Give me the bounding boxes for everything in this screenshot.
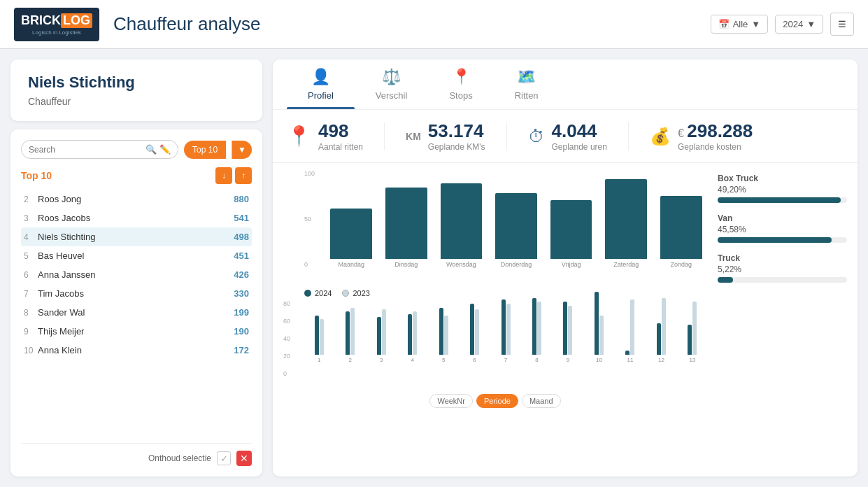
driver-num: 6 [24, 270, 38, 280]
bar-2024 [532, 298, 536, 355]
grouped-bar-group: 11 [616, 299, 645, 363]
search-input[interactable] [29, 145, 142, 155]
grouped-bar-group: 9 [553, 302, 583, 364]
chart-tab-maand[interactable]: Maand [522, 394, 561, 408]
driver-val: 426 [234, 269, 249, 280]
driver-num: 7 [24, 289, 38, 299]
top10-dropdown-button[interactable]: ▼ [232, 141, 252, 159]
search-icon[interactable]: 🔍 [145, 144, 157, 155]
chart-tab-weeknr[interactable]: WeekNr [429, 394, 473, 408]
bar-2023 [692, 302, 697, 355]
filter-label: Alle [733, 19, 748, 29]
bar-2024 [315, 316, 319, 355]
bar-label: Donderdag [501, 261, 532, 268]
clear-button[interactable]: ✕ [236, 451, 252, 466]
vehicle-pct: 49,20% [718, 185, 847, 195]
main-content: Niels Stichting Chauffeur 🔍 ✏️ Top 10 ▼ … [0, 49, 868, 487]
bar-2023 [506, 304, 511, 355]
driver-role: Chauffeur [28, 96, 245, 107]
vehicle-name: Van [718, 213, 847, 223]
bar-2023 [320, 319, 324, 355]
grouped-bar-label: 1 [318, 357, 320, 363]
verschil-tab-icon: ⚖️ [382, 68, 401, 86]
menu-button[interactable]: ☰ [830, 13, 854, 36]
driver-item[interactable]: 6 Anna Janssen 426 [21, 265, 252, 284]
driver-item[interactable]: 10 Anna Klein 172 [21, 341, 252, 360]
bar [550, 200, 592, 259]
tab-verschil[interactable]: ⚖️ Verschil [355, 59, 429, 109]
edit-icon[interactable]: ✏️ [159, 144, 171, 155]
bar-group: Vrijdag [545, 200, 597, 268]
stat-kosten: 💰 € 298.288 Geplande kosten [650, 120, 753, 152]
list-header-label: Top 10 [21, 170, 215, 181]
charts-left: 100 50 0 Maandag Dinsdag Woensdag Donder… [283, 170, 707, 470]
stat-kosten-label: Geplande kosten [678, 142, 753, 152]
year-filter[interactable]: 2024 ▼ [775, 15, 823, 34]
bar-2024 [657, 323, 661, 355]
legend-2024-label: 2024 [315, 289, 332, 297]
top10-button[interactable]: Top 10 [184, 141, 226, 159]
km-icon: KM [406, 131, 421, 142]
sort-desc-button[interactable]: ↓ [215, 167, 232, 184]
driver-item[interactable]: 5 Bas Heuvel 451 [21, 246, 252, 265]
y-label-100: 100 [304, 170, 324, 177]
stat-divider-1 [384, 122, 385, 150]
bar-label: Zondag [670, 261, 692, 268]
sort-asc-button[interactable]: ↑ [235, 167, 252, 184]
bar-label: Dinsdag [394, 261, 418, 268]
driver-item[interactable]: 3 Roos Jacobs 541 [21, 209, 252, 227]
driver-item[interactable]: 8 Sander Wal 199 [21, 303, 252, 322]
bar-2024 [377, 317, 381, 355]
vehicle-pct: 5,22% [718, 264, 847, 274]
y2-label-40: 40 [283, 335, 303, 342]
grouped-bar-group: 3 [367, 309, 396, 363]
bar-group: Zondag [655, 196, 707, 268]
bar-2023 [475, 309, 479, 355]
driver-item[interactable]: 2 Roos Jong 880 [21, 190, 252, 209]
vehicle-name: Box Truck [718, 174, 847, 183]
driver-card: Niels Stichting Chauffeur [10, 59, 262, 121]
legend-2023-dot [342, 290, 349, 297]
grouped-bar-group: 6 [460, 304, 489, 363]
bar-group: Dinsdag [380, 188, 433, 268]
stops-tab-label: Stops [449, 90, 472, 101]
bar-2023 [568, 306, 572, 355]
driver-item[interactable]: 9 Thijs Meijer 190 [21, 322, 252, 341]
y-label-50: 50 [304, 216, 324, 223]
chart-tab-periode[interactable]: Periode [476, 394, 518, 408]
bar-2024 [346, 311, 350, 355]
grouped-bar-group: 12 [646, 298, 676, 363]
driver-item[interactable]: 7 Tim Jacobs 330 [21, 284, 252, 303]
bar-group: Maandag [325, 209, 378, 268]
stat-ritten-label: Aantal ritten [318, 142, 363, 152]
calendar-filter[interactable]: 📅 Alle ▼ [711, 15, 769, 34]
header-controls: 📅 Alle ▼ 2024 ▼ ☰ [711, 13, 854, 36]
legend-2023-label: 2023 [353, 289, 369, 297]
bar-group: Woensdag [435, 183, 488, 268]
stats-row: 📍 498 Aantal ritten KM 53.174 Geplande K… [273, 110, 858, 163]
bar-label: Vrijdag [562, 261, 581, 268]
logo: BRICK LOG Logisch in Logistiek [14, 8, 99, 41]
driver-item[interactable]: 4 Niels Stichting 498 [21, 227, 252, 246]
driver-num: 10 [24, 346, 38, 355]
tab-stops[interactable]: 📍 Stops [428, 59, 493, 109]
driver-val: 199 [234, 307, 249, 318]
charts-area: 100 50 0 Maandag Dinsdag Woensdag Donder… [273, 163, 858, 477]
bar-2024 [625, 351, 629, 355]
tab-profiel[interactable]: 👤 Profiel [287, 59, 355, 109]
ritten-icon: 📍 [287, 125, 311, 148]
vehicle-stat-truck: Truck 5,22% [718, 253, 847, 283]
tab-ritten[interactable]: 🗺️ Ritten [494, 59, 560, 109]
list-header: Top 10 ↓ ↑ [21, 167, 252, 184]
grouped-bar-group: 13 [678, 302, 707, 364]
grouped-bar-label: 9 [567, 357, 569, 363]
vehicle-bar [718, 277, 733, 283]
driver-name-item: Anna Janssen [38, 269, 234, 280]
search-box[interactable]: 🔍 ✏️ [21, 140, 178, 159]
list-card: 🔍 ✏️ Top 10 ▼ Top 10 ↓ ↑ 2 Roos Jong 880 [10, 129, 262, 477]
remember-checkbox[interactable]: ✓ [217, 451, 231, 465]
stops-tab-icon: 📍 [452, 68, 471, 86]
grouped-bar-group: 1 [304, 316, 334, 363]
driver-name-item: Roos Jacobs [38, 213, 234, 223]
y2-label-80: 80 [283, 300, 303, 307]
